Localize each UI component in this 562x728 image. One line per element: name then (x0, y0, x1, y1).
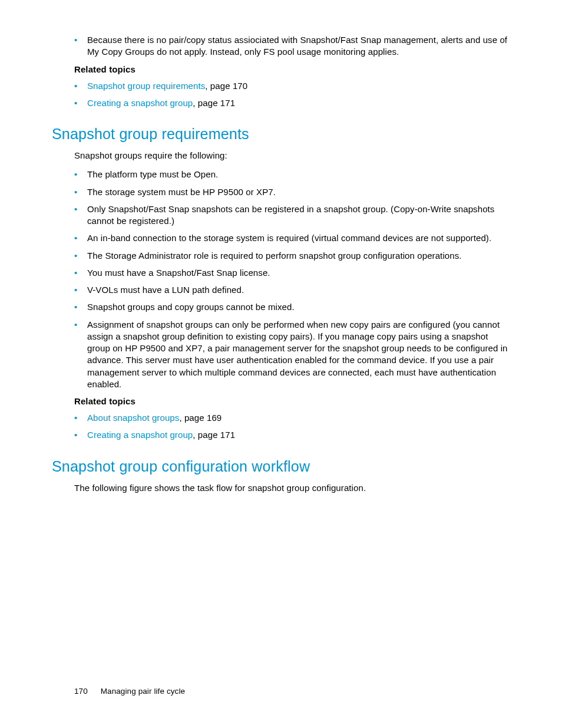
list-item: V-VOLs must have a LUN path defined. (87, 284, 510, 296)
list-item: Creating a snapshot group, page 171 (87, 429, 510, 441)
list-item: The storage system must be HP P9500 or X… (87, 186, 510, 198)
requirements-list: The platform type must be Open. The stor… (52, 169, 510, 390)
link-suffix: , page 171 (193, 98, 235, 108)
link-suffix: , page 170 (205, 81, 247, 91)
link-creating-snapshot-group[interactable]: Creating a snapshot group (87, 98, 193, 108)
list-item: Snapshot group requirements, page 170 (87, 80, 510, 92)
list-item: Assignment of snapshot groups can only b… (87, 319, 510, 391)
link-suffix: , page 169 (179, 413, 222, 423)
related-topics-list: About snapshot groups, page 169 Creating… (52, 412, 510, 442)
list-item: Snapshot groups and copy groups cannot b… (87, 301, 510, 313)
list-item: Because there is no pair/copy status ass… (87, 34, 510, 58)
list-item: Creating a snapshot group, page 171 (87, 97, 510, 109)
link-suffix: , page 171 (193, 430, 235, 440)
link-creating-snapshot-group[interactable]: Creating a snapshot group (87, 430, 193, 440)
page-number: 170 (74, 687, 88, 696)
list-item: The Storage Administrator role is requir… (87, 250, 510, 262)
top-bullet-list: Because there is no pair/copy status ass… (52, 34, 510, 58)
intro-text: The following figure shows the task flow… (52, 482, 510, 494)
heading-snapshot-group-requirements: Snapshot group requirements (52, 126, 510, 143)
list-item: The platform type must be Open. (87, 169, 510, 180)
list-item: About snapshot groups, page 169 (87, 412, 510, 424)
chapter-title: Managing pair life cycle (101, 687, 185, 696)
list-item: An in-band connection to the storage sys… (87, 232, 510, 244)
related-topics-list: Snapshot group requirements, page 170 Cr… (52, 80, 510, 110)
page-footer: 170 Managing pair life cycle (74, 687, 185, 696)
related-topics-heading: Related topics (52, 64, 510, 74)
link-snapshot-group-requirements[interactable]: Snapshot group requirements (87, 81, 205, 91)
related-topics-heading: Related topics (52, 396, 510, 406)
list-item: Only Snapshot/Fast Snap snapshots can be… (87, 203, 510, 228)
list-item: You must have a Snapshot/Fast Snap licen… (87, 267, 510, 279)
intro-text: Snapshot groups require the following: (52, 150, 510, 162)
link-about-snapshot-groups[interactable]: About snapshot groups (87, 413, 179, 423)
heading-snapshot-group-configuration-workflow: Snapshot group configuration workflow (52, 458, 510, 475)
